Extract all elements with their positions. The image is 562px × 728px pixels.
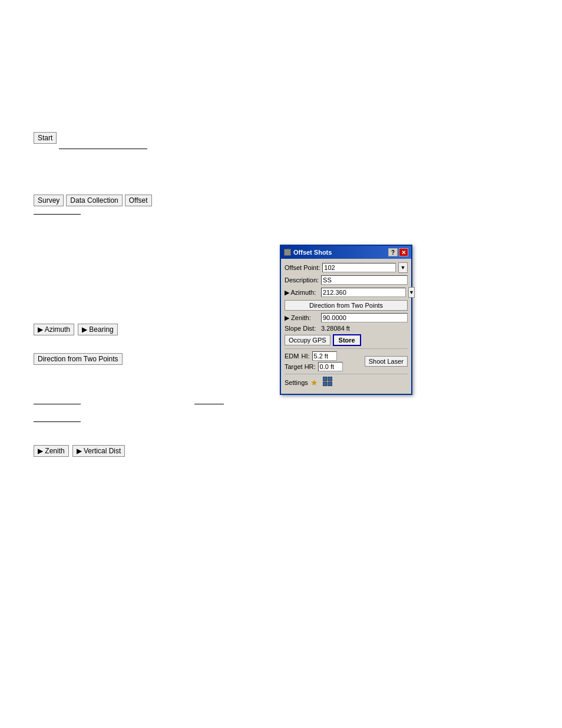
azimuth-dropdown[interactable]: ▼ xyxy=(408,287,415,298)
edm-hi-row: EDM HI: xyxy=(285,351,343,361)
toolbar-row: Survey Data Collection Offset xyxy=(34,195,152,206)
data-collection-button[interactable]: Data Collection xyxy=(66,195,122,206)
hi-label: HI: xyxy=(301,353,309,360)
start-underline xyxy=(59,149,147,149)
zenith-label: ▶ Zenith: xyxy=(285,314,319,322)
zenith-button[interactable]: ▶ Zenith xyxy=(34,445,69,457)
svg-rect-3 xyxy=(328,382,332,386)
occupy-gps-button[interactable]: Occupy GPS xyxy=(285,335,330,345)
toolbar-underline xyxy=(34,214,81,215)
direction-from-two-points-button[interactable]: Direction from Two Points xyxy=(34,353,123,365)
offset-point-row: Offset Point: ▼ xyxy=(285,262,408,273)
direction-from-two-points-dialog-button[interactable]: Direction from Two Points xyxy=(285,300,408,311)
dialog-icon xyxy=(284,249,291,256)
store-button[interactable]: Store xyxy=(333,334,361,346)
slope-dist-row: Slope Dist: 3.28084 ft xyxy=(285,325,408,332)
description-input[interactable] xyxy=(321,275,408,285)
azimuth-button[interactable]: ▶ Azimuth xyxy=(34,324,74,335)
target-input[interactable] xyxy=(318,362,343,371)
help-button[interactable]: ? xyxy=(388,248,398,256)
dialog-titlebar: Offset Shots ? ✕ xyxy=(281,246,411,259)
vertical-dist-button[interactable]: ▶ Vertical Dist xyxy=(72,445,125,457)
dialog-body: Offset Point: ▼ Description: ▶ Azimuth: … xyxy=(281,259,411,394)
grid-svg xyxy=(323,377,332,386)
zenith-input[interactable] xyxy=(321,313,408,322)
separator2 xyxy=(285,374,408,374)
offset-point-dropdown[interactable]: ▼ xyxy=(398,262,408,273)
offset-point-label: Offset Point: xyxy=(285,264,320,271)
azimuth-row: ▶ Azimuth: ▼ xyxy=(285,287,408,298)
azimuth-label: ▶ Azimuth: xyxy=(285,289,319,297)
titlebar-left: Offset Shots xyxy=(284,249,332,256)
titlebar-buttons: ? ✕ xyxy=(388,248,408,256)
settings-star-icon[interactable]: ★ xyxy=(310,378,318,387)
offset-button[interactable]: Offset xyxy=(125,195,152,206)
svg-rect-0 xyxy=(323,377,327,381)
edm-row: EDM HI: Target HR: Shoot Laser xyxy=(285,351,408,371)
hi-input[interactable] xyxy=(312,351,337,361)
description-row: Description: xyxy=(285,275,408,285)
offset-point-input[interactable] xyxy=(322,263,396,272)
settings-grid-icon[interactable] xyxy=(323,377,332,388)
azimuth-bearing-row: ▶ Azimuth ▶ Bearing xyxy=(34,324,118,335)
slope-dist-label: Slope Dist: xyxy=(285,325,319,332)
survey-button[interactable]: Survey xyxy=(34,195,64,206)
slope-dist-value: 3.28084 ft xyxy=(321,325,350,332)
underline4 xyxy=(34,421,81,422)
svg-rect-1 xyxy=(328,377,332,381)
settings-label: Settings xyxy=(285,379,308,386)
target-row: Target HR: xyxy=(285,362,343,371)
occupy-store-row: Occupy GPS Store xyxy=(285,334,408,346)
svg-rect-2 xyxy=(323,382,327,386)
target-label: Target HR: xyxy=(285,363,316,370)
description-label: Description: xyxy=(285,276,319,284)
direction-btn-row: Direction from Two Points xyxy=(285,300,408,311)
separator xyxy=(285,348,408,349)
underline2 xyxy=(34,404,81,404)
dialog-title: Offset Shots xyxy=(293,249,332,256)
azimuth-input[interactable] xyxy=(321,288,406,297)
shoot-laser-button[interactable]: Shoot Laser xyxy=(365,356,408,367)
close-button[interactable]: ✕ xyxy=(399,248,408,256)
edm-section: EDM HI: Target HR: xyxy=(285,351,343,371)
underline3 xyxy=(194,404,224,404)
zenith-row: ▶ Zenith: xyxy=(285,313,408,322)
offset-shots-dialog: Offset Shots ? ✕ Offset Point: ▼ Descrip… xyxy=(280,245,412,395)
bearing-button[interactable]: ▶ Bearing xyxy=(78,324,118,335)
edm-label: EDM xyxy=(285,353,299,360)
zenith-vertical-row: ▶ Zenith ▶ Vertical Dist xyxy=(34,445,125,457)
start-button[interactable]: Start xyxy=(34,132,57,144)
settings-row: Settings ★ xyxy=(285,377,408,388)
